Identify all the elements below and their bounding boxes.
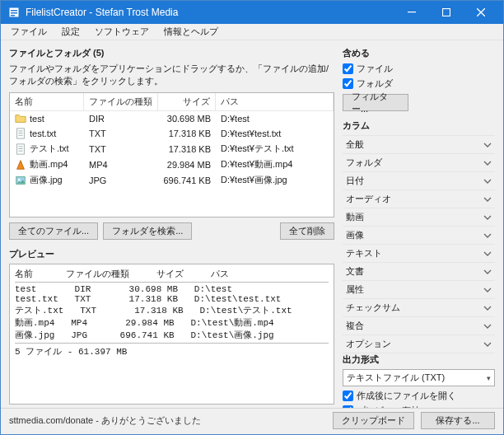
svg-rect-3 [11, 15, 15, 16]
include-folder-input[interactable] [343, 78, 353, 89]
all-files-button[interactable]: 全てのファイル... [9, 222, 98, 240]
column-category-6[interactable]: テキスト [343, 245, 495, 263]
include-file-checkbox[interactable]: ファイル [343, 63, 495, 75]
file-name: test.txt [30, 129, 56, 138]
header-type[interactable]: ファイルの種類 [84, 93, 158, 110]
column-category-1[interactable]: フォルダ [343, 154, 495, 172]
txt-icon [15, 128, 26, 139]
svg-point-18 [18, 178, 21, 180]
column-category-label: オプション [346, 338, 391, 350]
column-category-3[interactable]: オーディオ [343, 190, 495, 208]
column-category-label: 画像 [346, 229, 364, 241]
output-format-value: テキストファイル (TXT) [347, 372, 445, 384]
chevron-down-icon [482, 139, 493, 151]
chevron-down-icon: ▾ [487, 374, 491, 382]
open-after-checkbox[interactable]: 作成後にファイルを開く [343, 390, 495, 402]
chevron-down-icon [482, 212, 493, 223]
filter-button[interactable]: フィルター... [343, 94, 408, 111]
column-category-label: オーディオ [346, 193, 391, 205]
chevron-down-icon [482, 320, 493, 332]
preview-title: プレビュー [9, 248, 334, 260]
file-size: 17.318 KB [158, 143, 216, 155]
titlebar: FilelistCreator - Stefan Trost Media [1, 1, 503, 24]
file-list[interactable]: 名前 ファイルの種類 サイズ パス testDIR30.698 MBD:¥tes… [9, 92, 334, 218]
column-category-label: 属性 [346, 283, 364, 296]
file-name: test [30, 114, 44, 124]
column-category-4[interactable]: 動画 [343, 208, 495, 227]
delete-all-button[interactable]: 全て削除 [280, 222, 334, 240]
open-after-label: 作成後にファイルを開く [357, 390, 456, 402]
file-type: TXT [84, 143, 158, 155]
column-category-label: フォルダ [346, 157, 382, 169]
column-category-label: 文書 [346, 265, 364, 278]
output-format-select[interactable]: テキストファイル (TXT) ▾ [343, 369, 495, 386]
header-name[interactable]: 名前 [10, 93, 84, 110]
menubar: ファイル 設定 ソフトウェア 情報とヘルプ [1, 24, 503, 40]
close-button[interactable] [464, 1, 498, 24]
table-row[interactable]: テスト.txtTXT17.318 KBD:¥test¥テスト.txt [10, 141, 334, 157]
column-category-9[interactable]: チェックサム [343, 299, 495, 317]
preview-box[interactable]: 名前 ファイルの種類 サイズ パスtest DIR 30.698 MB D:\t… [9, 264, 334, 405]
chevron-down-icon [482, 194, 493, 205]
file-type: MP4 [84, 159, 158, 171]
search-folder-button[interactable]: フォルダを検索... [103, 222, 192, 240]
chevron-down-icon [482, 266, 493, 278]
menu-file[interactable]: ファイル [7, 24, 50, 40]
file-size: 17.318 KB [158, 128, 216, 139]
svg-rect-15 [18, 150, 22, 151]
column-category-2[interactable]: 日付 [343, 172, 495, 190]
chevron-down-icon [482, 284, 493, 296]
status-text: sttmedia.com/donate - ありがとうございました [9, 414, 201, 427]
file-list-header: 名前 ファイルの種類 サイズ パス [10, 93, 334, 111]
svg-rect-9 [18, 131, 22, 132]
include-folder-label: フォルダ [357, 77, 393, 90]
column-category-11[interactable]: オプション [343, 335, 495, 353]
output-title: 出力形式 [343, 353, 495, 366]
txt-icon [15, 143, 26, 155]
header-size[interactable]: サイズ [158, 93, 216, 110]
column-category-5[interactable]: 画像 [343, 227, 495, 245]
column-category-label: 日付 [346, 175, 364, 187]
file-name: 画像.jpg [30, 174, 63, 186]
file-type: JPG [84, 175, 158, 186]
svg-marker-16 [17, 160, 25, 169]
column-category-8[interactable]: 属性 [343, 281, 495, 299]
chevron-down-icon [482, 175, 493, 187]
menu-software[interactable]: ソフトウェア [91, 24, 152, 40]
video-icon [15, 159, 26, 171]
file-path: D:¥test¥test.txt [216, 128, 334, 139]
column-category-10[interactable]: 複合 [343, 317, 495, 335]
svg-rect-11 [18, 135, 22, 136]
minimize-button[interactable] [394, 1, 429, 24]
column-category-label: 複合 [346, 320, 364, 332]
svg-rect-4 [408, 12, 416, 12]
save-button[interactable]: 保存する... [421, 412, 495, 429]
include-file-input[interactable] [343, 63, 353, 74]
menu-settings[interactable]: 設定 [58, 24, 83, 40]
open-after-input[interactable] [343, 391, 353, 401]
file-name: 動画.mp4 [30, 158, 68, 171]
maximize-button[interactable] [429, 1, 464, 24]
include-file-label: ファイル [357, 63, 393, 75]
table-row[interactable]: test.txtTXT17.318 KBD:¥test¥test.txt [10, 126, 334, 141]
include-folder-checkbox[interactable]: フォルダ [343, 77, 495, 90]
table-row[interactable]: testDIR30.698 MBD:¥test [10, 111, 334, 126]
clipboard-button[interactable]: クリップボード [333, 412, 414, 429]
window-title: FilelistCreator - Stefan Trost Media [26, 7, 178, 18]
column-category-0[interactable]: 全般 [343, 135, 495, 154]
file-path: D:¥test¥動画.mp4 [216, 157, 334, 171]
table-row[interactable]: 動画.mp4MP429.984 MBD:¥test¥動画.mp4 [10, 157, 334, 172]
header-path[interactable]: パス [216, 93, 334, 110]
svg-rect-13 [18, 146, 22, 147]
menu-help[interactable]: 情報とヘルプ [161, 24, 222, 40]
svg-rect-1 [11, 10, 17, 12]
svg-rect-5 [443, 9, 450, 16]
file-path: D:¥test¥テスト.txt [216, 142, 334, 156]
chevron-down-icon [482, 230, 493, 241]
chevron-down-icon [482, 302, 493, 314]
file-name: テスト.txt [30, 143, 69, 155]
column-category-7[interactable]: 文書 [343, 263, 495, 281]
table-row[interactable]: 画像.jpgJPG696.741 KBD:¥test¥画像.jpg [10, 172, 334, 188]
svg-rect-14 [18, 148, 22, 149]
include-title: 含める [343, 47, 495, 59]
